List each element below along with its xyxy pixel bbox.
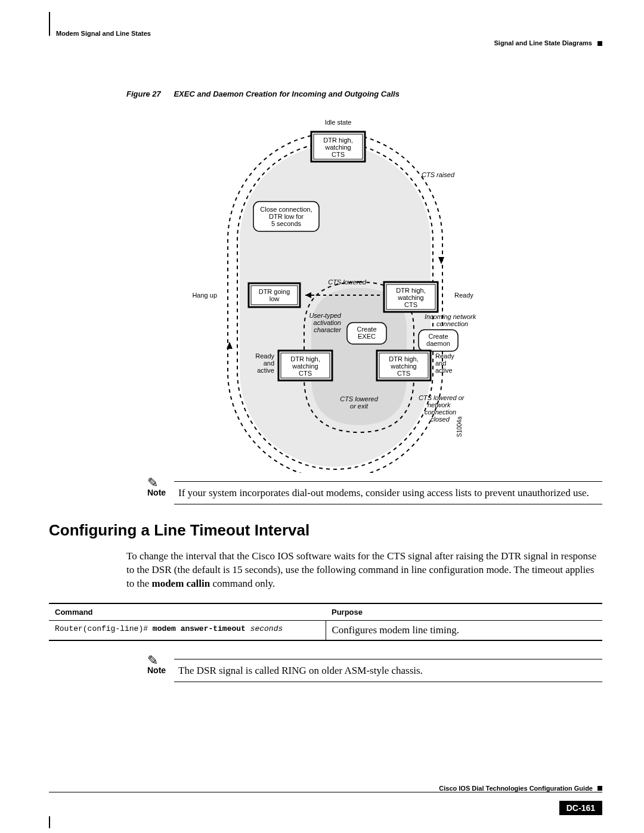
svg-text:Ready: Ready <box>435 352 454 360</box>
svg-text:activation: activation <box>314 319 341 326</box>
header-chapter: Modem Signal and Line States <box>56 30 151 37</box>
svg-text:CTS: CTS <box>332 151 345 158</box>
svg-text:low: low <box>270 295 280 302</box>
svg-text:watching: watching <box>292 363 318 370</box>
label-hang-up: Hang up <box>192 292 217 299</box>
td-command: Router(config-line)# modem answer-timeou… <box>49 620 326 640</box>
td-purpose: Configures modem line timing. <box>326 620 602 640</box>
svg-text:character: character <box>314 326 342 333</box>
svg-text:CTS lowered: CTS lowered <box>340 395 378 402</box>
svg-text:watching: watching <box>324 144 351 151</box>
svg-marker-52 <box>438 257 444 264</box>
label-cts-raised: CTS raised <box>422 171 455 178</box>
svg-text:CTS lowered or: CTS lowered or <box>419 394 465 401</box>
svg-text:Incoming network: Incoming network <box>425 313 476 320</box>
body-bold: modem callin <box>152 578 210 589</box>
svg-text:DTR going: DTR going <box>259 288 290 295</box>
svg-text:active: active <box>435 367 453 374</box>
svg-text:connection: connection <box>425 408 456 416</box>
footer-guide: Cisco IOS Dial Technologies Configuratio… <box>439 785 593 792</box>
footer-square-icon <box>597 786 602 791</box>
page-number: DC-161 <box>559 801 602 815</box>
label-cts-lowered-mid: CTS lowered <box>328 278 366 286</box>
svg-text:DTR high,: DTR high, <box>396 287 426 294</box>
cmd-prompt: Router(config-line)# <box>55 624 153 633</box>
svg-text:network: network <box>428 401 451 408</box>
svg-text:Ready: Ready <box>255 352 274 360</box>
figure-caption: Figure 27 EXEC and Daemon Creation for I… <box>126 89 602 98</box>
svg-text:DTR high,: DTR high, <box>389 355 419 363</box>
pencil-icon: ✎ <box>147 653 158 668</box>
header-section: Signal and Line State Diagrams <box>494 39 603 47</box>
running-header: Modem Signal and Line States Signal and … <box>49 18 602 54</box>
svg-text:and: and <box>264 360 274 367</box>
svg-text:Create: Create <box>357 326 376 333</box>
figure-number: Figure 27 <box>126 89 161 98</box>
header-section-text: Signal and Line State Diagrams <box>494 39 592 47</box>
cmd-name: modem answer-timeout <box>153 624 246 633</box>
header-square-icon <box>597 41 602 46</box>
svg-text:Create: Create <box>428 333 448 340</box>
note-text: The DSR signal is called RING on older A… <box>178 664 602 678</box>
body-paragraph: To change the interval that the Cisco IO… <box>126 550 602 591</box>
svg-text:CTS: CTS <box>397 370 410 377</box>
svg-text:or exit: or exit <box>350 402 369 410</box>
label-idle-state: Idle state <box>325 119 352 126</box>
svg-text:CTS: CTS <box>299 370 312 377</box>
th-command: Command <box>49 603 326 621</box>
note-2: ✎ Note The DSR signal is called RING on … <box>114 659 602 682</box>
svg-text:watching: watching <box>390 363 416 370</box>
diagram-id: S1004a <box>456 416 463 437</box>
label-dtr-top: DTR high, <box>323 137 353 144</box>
svg-text:and: and <box>435 360 446 367</box>
svg-text:DTR low for: DTR low for <box>269 213 304 220</box>
svg-text:closed: closed <box>431 416 450 423</box>
bottom-crop-mark <box>49 816 50 828</box>
pencil-icon: ✎ <box>147 475 158 491</box>
svg-text:5 seconds: 5 seconds <box>271 220 302 227</box>
svg-text:connection: connection <box>436 320 468 327</box>
svg-text:DTR high,: DTR high, <box>290 355 320 363</box>
state-diagram: DTR high, watching CTS Idle state CTS ra… <box>180 103 490 475</box>
command-table: Command Purpose Router(config-line)# mod… <box>49 603 602 641</box>
footer: Cisco IOS Dial Technologies Configuratio… <box>49 785 602 815</box>
svg-text:User-typed: User-typed <box>309 312 341 319</box>
table-row: Router(config-line)# modem answer-timeou… <box>49 620 602 640</box>
section-heading: Configuring a Line Timeout Interval <box>49 521 602 540</box>
svg-text:EXEC: EXEC <box>358 333 376 340</box>
svg-text:Close connection,: Close connection, <box>260 206 312 213</box>
th-purpose: Purpose <box>326 603 602 621</box>
page: Modem Signal and Line States Signal and … <box>0 0 644 833</box>
svg-text:CTS: CTS <box>404 301 417 308</box>
note-text: If your system incorporates dial-out mod… <box>178 487 602 500</box>
svg-text:watching: watching <box>397 294 423 301</box>
state-diagram-svg: DTR high, watching CTS Idle state CTS ra… <box>180 103 490 473</box>
svg-text:daemon: daemon <box>426 340 450 347</box>
body-post: command only. <box>210 578 275 589</box>
note-1: ✎ Note If your system incorporates dial-… <box>114 481 602 504</box>
cmd-arg: seconds <box>246 624 283 633</box>
figure-title: EXEC and Daemon Creation for Incoming an… <box>174 89 399 98</box>
label-ready: Ready <box>454 292 473 299</box>
svg-text:active: active <box>257 367 274 374</box>
